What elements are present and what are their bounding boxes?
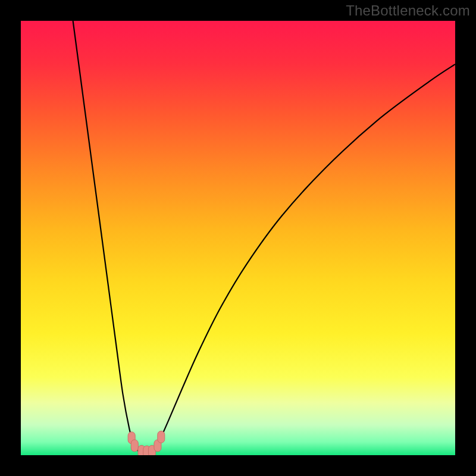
trough-marker xyxy=(158,431,165,443)
outer-frame: TheBottleneck.com xyxy=(0,0,476,476)
gradient-background xyxy=(21,21,455,455)
trough-marker xyxy=(131,440,138,452)
watermark-text: TheBottleneck.com xyxy=(346,2,470,19)
chart-svg xyxy=(21,21,455,455)
plot-area xyxy=(21,21,455,455)
